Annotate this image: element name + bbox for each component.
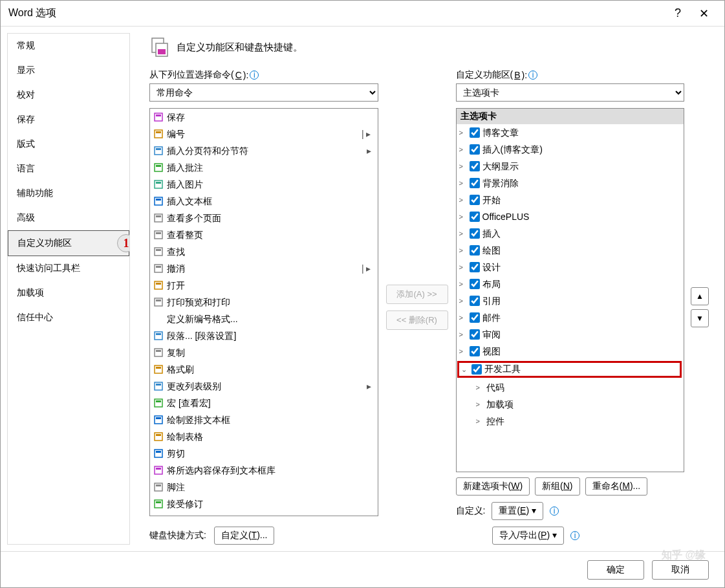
command-item[interactable]: 编号| ▸ bbox=[150, 125, 378, 142]
command-item[interactable]: 宏 [查看宏] bbox=[150, 395, 378, 411]
tab-checkbox[interactable] bbox=[470, 262, 480, 272]
sidebar-item-4[interactable]: 版式 bbox=[8, 132, 129, 157]
command-item[interactable]: 查看整页 bbox=[150, 226, 378, 243]
new-tab-button[interactable]: 新建选项卡(W) bbox=[456, 477, 530, 495]
customize-keyboard-button[interactable]: 自定义(T)... bbox=[214, 527, 275, 545]
new-group-button[interactable]: 新组(N) bbox=[535, 477, 579, 495]
add-button[interactable]: 添加(A) >> bbox=[386, 285, 448, 304]
command-item[interactable]: 格式刷 bbox=[150, 361, 378, 378]
command-item[interactable]: 接受修订 bbox=[150, 495, 378, 512]
choose-commands-combo[interactable]: 常用命令 bbox=[149, 83, 378, 102]
tab-checkbox[interactable] bbox=[470, 245, 480, 256]
sidebar-item-6[interactable]: 辅助功能 bbox=[8, 181, 129, 206]
tab-checkbox[interactable] bbox=[470, 312, 480, 323]
command-item[interactable]: 复制 bbox=[150, 344, 378, 361]
command-item[interactable]: 将所选内容保存到文本框库 bbox=[150, 462, 378, 479]
tab-checkbox[interactable] bbox=[470, 329, 480, 340]
sidebar-item-2[interactable]: 校对 bbox=[8, 83, 129, 107]
sidebar-item-0[interactable]: 常规 bbox=[8, 34, 129, 58]
move-up-button[interactable]: ▲ bbox=[691, 287, 709, 305]
rename-button[interactable]: 重命名(M)... bbox=[585, 477, 648, 495]
ribbon-tab-item[interactable]: >布局 bbox=[457, 276, 684, 292]
command-item[interactable]: 绘制表格 bbox=[150, 428, 378, 445]
ribbon-tab-item[interactable]: >视图 bbox=[457, 343, 684, 360]
command-item[interactable]: 插入图片 bbox=[150, 176, 378, 193]
info-icon[interactable]: i bbox=[528, 71, 537, 80]
command-label: 绘制竖排文本框 bbox=[167, 413, 375, 427]
command-item[interactable]: 插入分页符和分节符▸ bbox=[150, 142, 378, 159]
customize-ribbon-combo[interactable]: 主选项卡 bbox=[456, 83, 685, 102]
sidebar-item-10[interactable]: 加载项 bbox=[8, 281, 129, 305]
sidebar-item-7[interactable]: 高级 bbox=[8, 206, 129, 230]
ribbon-tab-item[interactable]: >大纲显示 bbox=[457, 158, 684, 175]
close-button[interactable]: ✕ bbox=[691, 6, 717, 21]
sidebar-item-1[interactable]: 显示 bbox=[8, 58, 129, 83]
tab-checkbox[interactable] bbox=[470, 178, 480, 188]
ribbon-group-item[interactable]: >加载项 bbox=[457, 396, 684, 413]
ribbon-tab-item[interactable]: >开始 bbox=[457, 191, 684, 208]
sidebar-item-11[interactable]: 信任中心 bbox=[8, 305, 129, 330]
ribbon-tab-item[interactable]: >绘图 bbox=[457, 242, 684, 259]
ribbon-tab-item[interactable]: >引用 bbox=[457, 292, 684, 309]
sidebar-item-9[interactable]: 快速访问工具栏 bbox=[8, 256, 129, 281]
tab-checkbox[interactable] bbox=[470, 195, 480, 205]
ribbon-tab-item[interactable]: >邮件 bbox=[457, 309, 684, 326]
ok-button[interactable]: 确定 bbox=[587, 560, 644, 580]
command-item[interactable]: 段落... [段落设置] bbox=[150, 327, 378, 344]
tab-checkbox[interactable] bbox=[470, 161, 480, 171]
tab-checkbox[interactable] bbox=[470, 144, 480, 155]
info-icon[interactable]: i bbox=[250, 71, 259, 80]
ribbon-tab-item[interactable]: >背景消除 bbox=[457, 175, 684, 191]
tab-checkbox[interactable] bbox=[470, 228, 480, 239]
tab-label: 绘图 bbox=[482, 243, 682, 257]
tab-checkbox[interactable] bbox=[470, 296, 480, 306]
command-item[interactable]: 脚注 bbox=[150, 479, 378, 495]
move-down-button[interactable]: ▼ bbox=[691, 309, 709, 327]
ribbon-tab-item[interactable]: >插入 bbox=[457, 225, 684, 242]
info-icon[interactable]: i bbox=[550, 506, 559, 516]
svg-rect-9 bbox=[155, 164, 162, 171]
command-item[interactable]: 插入文本框 bbox=[150, 193, 378, 210]
ribbon-tab-item[interactable]: >博客文章 bbox=[457, 124, 684, 141]
commands-listbox[interactable]: 保存编号| ▸插入分页符和分节符▸插入批注插入图片插入文本框查看多个页面查看整页… bbox=[149, 108, 378, 516]
ribbon-tab-item[interactable]: >插入(博客文章) bbox=[457, 141, 684, 158]
command-item[interactable]: 定义新编号格式... bbox=[150, 310, 378, 327]
command-item[interactable]: 撤消| ▸ bbox=[150, 260, 378, 277]
command-item[interactable]: 剪切 bbox=[150, 445, 378, 462]
tab-checkbox[interactable] bbox=[470, 212, 480, 222]
ribbon-group-item[interactable]: >控件 bbox=[457, 413, 684, 430]
tab-checkbox[interactable] bbox=[470, 279, 480, 289]
sidebar-item-5[interactable]: 语言 bbox=[8, 157, 129, 181]
ribbon-tab-item[interactable]: >OfficePLUS bbox=[457, 208, 684, 225]
remove-button[interactable]: << 删除(R) bbox=[386, 310, 448, 330]
sidebar-item-8[interactable]: 自定义功能区1 bbox=[8, 230, 129, 256]
svg-rect-19 bbox=[155, 248, 162, 256]
ribbon-tab-developer[interactable]: 2⌄开发工具 bbox=[457, 360, 684, 379]
command-label: 查看多个页面 bbox=[167, 211, 375, 225]
sidebar-item-3[interactable]: 保存 bbox=[8, 107, 129, 132]
tab-checkbox[interactable] bbox=[471, 364, 482, 375]
command-item[interactable]: 保存 bbox=[150, 109, 378, 125]
ribbon-tab-item[interactable]: >审阅 bbox=[457, 326, 684, 343]
help-button[interactable]: ? bbox=[665, 6, 691, 20]
import-export-button[interactable]: 导入/导出(P) ▾ bbox=[492, 527, 564, 545]
command-item[interactable]: 查找 bbox=[150, 243, 378, 260]
ribbon-tab-item[interactable]: >设计 bbox=[457, 259, 684, 276]
command-item[interactable]: 打印预览和打印 bbox=[150, 294, 378, 310]
command-item[interactable]: 插入批注 bbox=[150, 159, 378, 176]
tab-checkbox[interactable] bbox=[470, 346, 480, 356]
ribbon-tree[interactable]: 主选项卡>博客文章>插入(博客文章)>大纲显示>背景消除>开始>OfficePL… bbox=[456, 108, 685, 472]
ribbon-group-item[interactable]: >代码 bbox=[457, 379, 684, 396]
command-item[interactable]: 绘制竖排文本框 bbox=[150, 411, 378, 428]
command-item[interactable]: 打开 bbox=[150, 277, 378, 294]
command-label: 撤消 bbox=[167, 261, 359, 276]
cancel-button[interactable]: 取消 bbox=[652, 560, 709, 580]
command-item[interactable]: 更改列表级别▸ bbox=[150, 378, 378, 395]
info-icon[interactable]: i bbox=[570, 531, 579, 540]
acceptrev-icon bbox=[153, 498, 164, 510]
command-item[interactable]: 查看多个页面 bbox=[150, 210, 378, 226]
tab-checkbox[interactable] bbox=[470, 127, 480, 138]
reset-button[interactable]: 重置(E) ▾ bbox=[492, 502, 543, 520]
svg-rect-4 bbox=[156, 114, 161, 116]
svg-rect-48 bbox=[156, 501, 161, 503]
